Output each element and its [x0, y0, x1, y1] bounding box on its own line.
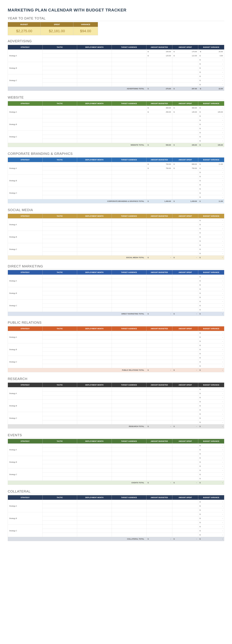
budget-cell[interactable] [146, 139, 172, 143]
budget-cell[interactable] [146, 247, 172, 252]
audience-cell[interactable] [112, 404, 146, 408]
variance-cell[interactable]: $- [198, 114, 224, 118]
audience-cell[interactable] [112, 62, 146, 66]
audience-cell[interactable] [112, 464, 146, 468]
audience-cell[interactable] [112, 308, 146, 312]
audience-cell[interactable] [112, 162, 146, 166]
variance-cell[interactable]: $- [198, 139, 224, 143]
audience-cell[interactable] [112, 500, 146, 504]
spent-cell[interactable] [172, 279, 198, 283]
variance-cell[interactable]: $- [198, 392, 224, 396]
deployment-cell[interactable] [77, 339, 112, 344]
budget-cell[interactable] [146, 287, 172, 291]
audience-cell[interactable] [112, 54, 146, 58]
deployment-cell[interactable] [77, 396, 112, 400]
tactic-cell[interactable] [42, 166, 77, 170]
variance-cell[interactable]: $- [198, 118, 224, 122]
deployment-cell[interactable] [77, 54, 112, 58]
variance-cell[interactable]: $- [198, 287, 224, 291]
deployment-cell[interactable] [77, 468, 112, 472]
deployment-cell[interactable] [77, 130, 112, 135]
budget-cell[interactable] [146, 122, 172, 126]
budget-cell[interactable] [146, 533, 172, 537]
variance-cell[interactable]: $- [198, 218, 224, 222]
spent-cell[interactable]: $122.00 [172, 54, 198, 58]
audience-cell[interactable] [112, 114, 146, 118]
variance-cell[interactable]: $- [198, 191, 224, 195]
strategy-cell[interactable]: Strategy C [8, 356, 43, 368]
tactic-cell[interactable] [42, 114, 77, 118]
budget-cell[interactable] [146, 252, 172, 256]
budget-cell[interactable] [146, 62, 172, 66]
audience-cell[interactable] [112, 412, 146, 416]
variance-cell[interactable]: $- [198, 520, 224, 524]
tactic-cell[interactable] [42, 500, 77, 504]
budget-cell[interactable] [146, 275, 172, 279]
deployment-cell[interactable] [77, 70, 112, 74]
audience-cell[interactable] [112, 70, 146, 74]
variance-cell[interactable]: $- [198, 122, 224, 126]
deployment-cell[interactable] [77, 452, 112, 456]
spent-cell[interactable] [172, 516, 198, 520]
spent-cell[interactable] [172, 348, 198, 352]
variance-cell[interactable]: $- [198, 106, 224, 110]
audience-cell[interactable] [112, 118, 146, 122]
deployment-cell[interactable] [77, 139, 112, 143]
budget-cell[interactable] [146, 66, 172, 70]
tactic-cell[interactable] [42, 231, 77, 235]
strategy-cell[interactable]: Strategy A [8, 387, 43, 400]
audience-cell[interactable] [112, 524, 146, 529]
budget-cell[interactable] [146, 126, 172, 130]
deployment-cell[interactable] [77, 533, 112, 537]
deployment-cell[interactable] [77, 231, 112, 235]
variance-cell[interactable]: $- [198, 247, 224, 252]
tactic-cell[interactable] [42, 118, 77, 122]
budget-cell[interactable] [146, 344, 172, 348]
deployment-cell[interactable] [77, 110, 112, 114]
tactic-cell[interactable] [42, 331, 77, 335]
variance-cell[interactable]: $- [198, 291, 224, 295]
audience-cell[interactable] [112, 512, 146, 516]
budget-cell[interactable] [146, 404, 172, 408]
budget-cell[interactable] [146, 295, 172, 300]
variance-cell[interactable]: $- [198, 348, 224, 352]
variance-cell[interactable]: $- [198, 335, 224, 339]
variance-cell[interactable]: $- [198, 420, 224, 424]
tactic-cell[interactable] [42, 195, 77, 199]
budget-cell[interactable] [146, 331, 172, 335]
deployment-cell[interactable] [77, 412, 112, 416]
deployment-cell[interactable] [77, 416, 112, 420]
deployment-cell[interactable] [77, 348, 112, 352]
spent-cell[interactable] [172, 118, 198, 122]
spent-cell[interactable] [172, 287, 198, 291]
budget-cell[interactable] [146, 352, 172, 356]
spent-cell[interactable] [172, 331, 198, 335]
variance-cell[interactable]: $- [198, 222, 224, 227]
audience-cell[interactable] [112, 400, 146, 404]
deployment-cell[interactable] [77, 500, 112, 504]
budget-cell[interactable] [146, 222, 172, 227]
budget-cell[interactable] [146, 504, 172, 508]
spent-cell[interactable] [172, 460, 198, 464]
tactic-cell[interactable] [42, 352, 77, 356]
deployment-cell[interactable] [77, 114, 112, 118]
budget-cell[interactable] [146, 392, 172, 396]
audience-cell[interactable] [112, 58, 146, 62]
audience-cell[interactable] [112, 279, 146, 283]
budget-cell[interactable] [146, 227, 172, 231]
spent-cell[interactable]: $175.00 [172, 50, 198, 54]
budget-cell[interactable] [146, 468, 172, 472]
tactic-cell[interactable] [42, 110, 77, 114]
audience-cell[interactable] [112, 396, 146, 400]
audience-cell[interactable] [112, 130, 146, 135]
strategy-cell[interactable]: Strategy B [8, 456, 43, 468]
budget-cell[interactable] [146, 508, 172, 512]
audience-cell[interactable] [112, 335, 146, 339]
spent-cell[interactable] [172, 275, 198, 279]
spent-cell[interactable] [172, 252, 198, 256]
tactic-cell[interactable] [42, 400, 77, 404]
deployment-cell[interactable] [77, 243, 112, 247]
spent-cell[interactable] [172, 464, 198, 468]
tactic-cell[interactable] [42, 396, 77, 400]
spent-cell[interactable] [172, 533, 198, 537]
